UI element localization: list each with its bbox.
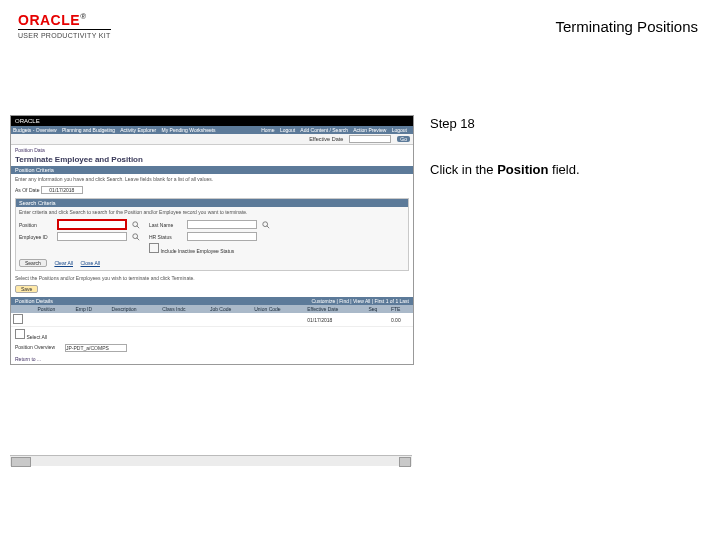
app-window: ORACLE Budgets - Overview Planning and B… (10, 115, 414, 365)
step-label: Step 18 (430, 115, 710, 133)
table-header-row: Position Emp ID Description Class Indc J… (11, 305, 413, 313)
page-title: Terminating Positions (555, 18, 698, 35)
oracle-logo: ORACLE® (18, 12, 111, 28)
overview-row: Position Overview JP-PDT_a/COMPS (11, 342, 413, 354)
col-select (11, 305, 35, 313)
search-button[interactable]: Search (19, 259, 47, 267)
svg-line-1 (136, 225, 138, 227)
instruction-text: Click in the Position field. (430, 161, 710, 179)
col-desc: Description (110, 305, 161, 313)
hrstat-label: HR Status (149, 234, 183, 240)
section-bar-criteria: Position Criteria (11, 166, 413, 174)
search-panel-header: Search Criteria (16, 199, 408, 207)
position-table: Position Emp ID Description Class Indc J… (11, 305, 413, 327)
nav-item[interactable]: Logout (280, 127, 295, 133)
select-all-label: Select All (26, 334, 47, 340)
select-all-checkbox[interactable] (15, 329, 25, 339)
logo-subtitle: USER PRODUCTIVITY KIT (18, 29, 111, 39)
nav-item[interactable]: Home (261, 127, 274, 133)
search-form: Position Last Name Employee ID HR Status (16, 217, 408, 256)
nav-right: Home Logout Add Content / Search Action … (261, 127, 411, 133)
criteria-note: Enter any information you have and click… (11, 174, 413, 184)
empid-input[interactable] (57, 232, 127, 241)
empid-lookup-icon[interactable] (131, 233, 140, 240)
col-union: Union Code (252, 305, 305, 313)
col-effdate: Effective Date (305, 305, 366, 313)
page-heading: Terminate Employee and Position (11, 155, 413, 164)
overview-value[interactable]: JP-PDT_a/COMPS (65, 344, 127, 352)
empid-label: Employee ID (19, 234, 53, 240)
details-pager[interactable]: Customize | Find | View All | First 1 of… (312, 298, 409, 304)
app-brandbar: ORACLE (11, 116, 413, 126)
go-button[interactable]: Go (397, 136, 410, 142)
nav-left: Budgets - Overview Planning and Budgetin… (13, 127, 220, 133)
scrollbar-right-button[interactable] (399, 457, 411, 467)
table-row[interactable]: 01/17/2018 0.00 (11, 313, 413, 327)
lastname-input[interactable] (187, 220, 257, 229)
cell-empid (73, 313, 109, 327)
nav-item[interactable]: Activity Explorer (120, 127, 156, 133)
horizontal-scrollbar[interactable] (10, 455, 412, 466)
instruction-post: field. (548, 162, 579, 177)
nav-item[interactable]: My Pending Worksheets (162, 127, 216, 133)
include-inactive-checkbox[interactable] (149, 243, 159, 253)
return-link[interactable]: Return to ... (11, 354, 413, 364)
nav-item[interactable]: Add Content / Search (300, 127, 348, 133)
position-label: Position (19, 222, 53, 228)
svg-line-3 (266, 225, 268, 227)
instruction-pre: Click in the (430, 162, 497, 177)
content: ORACLE Budgets - Overview Planning and B… (10, 105, 710, 530)
svg-line-5 (136, 237, 138, 239)
page: ORACLE® USER PRODUCTIVITY KIT Terminatin… (0, 0, 720, 540)
search-buttons: Search Clear All Close All (16, 256, 408, 270)
app-navbar: Budgets - Overview Planning and Budgetin… (11, 126, 413, 134)
col-seq: Seq (366, 305, 389, 313)
search-panel-note: Enter criteria and click Search to searc… (16, 207, 408, 217)
asof-label: As Of Date (15, 187, 39, 193)
nav-item[interactable]: Action Preview (353, 127, 386, 133)
row-checkbox[interactable] (13, 314, 23, 324)
cell-seq (366, 313, 389, 327)
col-fte: FTE (389, 305, 413, 313)
lastname-label: Last Name (149, 222, 183, 228)
lastname-lookup-icon[interactable] (261, 221, 270, 228)
instruction-pane: Step 18 Click in the Position field. (430, 115, 710, 179)
effective-date-input[interactable] (349, 135, 391, 143)
details-title: Position Details (15, 298, 53, 304)
close-all-link[interactable]: Close All (81, 260, 100, 266)
cell-fte: 0.00 (389, 313, 413, 327)
cell-position (35, 313, 73, 327)
instruction-field-name: Position (497, 162, 548, 177)
breadcrumb: Position Data (11, 145, 413, 155)
nav-item[interactable]: Logout (392, 127, 407, 133)
terminate-note: Select the Positions and/or Employees yo… (11, 273, 413, 283)
search-panel: Search Criteria Enter criteria and click… (15, 198, 409, 271)
summary-row: Select All (11, 327, 413, 342)
position-overview-label: Position Overview (15, 344, 55, 352)
hrstat-input[interactable] (187, 232, 257, 241)
header: ORACLE® USER PRODUCTIVITY KIT Terminatin… (18, 12, 702, 46)
app-screenshot: ORACLE Budgets - Overview Planning and B… (10, 115, 412, 466)
scrollbar-thumb[interactable] (11, 457, 31, 467)
save-button[interactable]: Save (15, 285, 38, 293)
position-input[interactable] (57, 219, 127, 230)
effective-date-label: Effective Date (309, 136, 343, 142)
cell-jobcode (208, 313, 252, 327)
cell-desc (110, 313, 161, 327)
nav-item[interactable]: Budgets - Overview (13, 127, 57, 133)
col-jobcode: Job Code (208, 305, 252, 313)
cell-class (160, 313, 208, 327)
col-class: Class Indc (160, 305, 208, 313)
col-position: Position (35, 305, 73, 313)
cell-union (252, 313, 305, 327)
clear-all-link[interactable]: Clear All (54, 260, 73, 266)
nav-item[interactable]: Planning and Budgeting (62, 127, 115, 133)
cell-effdate: 01/17/2018 (305, 313, 366, 327)
logo: ORACLE® USER PRODUCTIVITY KIT (18, 12, 111, 39)
save-row: Save (11, 283, 413, 295)
section-bar-details: Position Details Customize | Find | View… (11, 297, 413, 305)
col-empid: Emp ID (73, 305, 109, 313)
position-lookup-icon[interactable] (131, 221, 140, 228)
asof-row: As Of Date 01/17/2018 (11, 184, 413, 196)
asof-input[interactable]: 01/17/2018 (41, 186, 83, 194)
